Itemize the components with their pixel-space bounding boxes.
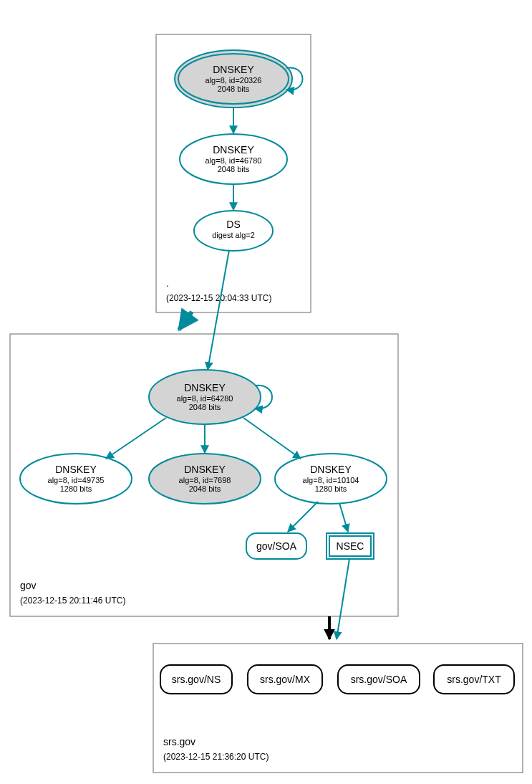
svg-text:DNSKEY: DNSKEY: [55, 464, 97, 475]
svg-text:2048 bits: 2048 bits: [189, 484, 221, 493]
svg-text:digest alg=2: digest alg=2: [212, 231, 255, 239]
svg-text:DNSKEY: DNSKEY: [184, 382, 226, 393]
edge-ksk-to-zsk1: [106, 418, 166, 459]
node-srs-soa: srs.gov/SOA: [338, 665, 420, 694]
node-root-ksk: DNSKEY alg=8, id=20326 2048 bits: [175, 50, 292, 107]
zone-label-root: .: [166, 277, 169, 289]
svg-text:2048 bits: 2048 bits: [218, 85, 250, 93]
svg-text:DNSKEY: DNSKEY: [310, 464, 352, 475]
zone-label-gov: gov: [20, 580, 37, 591]
edge-root-to-gov-thick: [179, 312, 192, 330]
svg-text:srs.gov/MX: srs.gov/MX: [260, 674, 311, 685]
svg-text:DNSKEY: DNSKEY: [184, 464, 226, 475]
svg-text:2048 bits: 2048 bits: [218, 165, 250, 173]
svg-text:srs.gov/TXT: srs.gov/TXT: [447, 674, 501, 685]
svg-text:srs.gov/SOA: srs.gov/SOA: [351, 674, 407, 685]
svg-text:alg=8, id=20326: alg=8, id=20326: [205, 76, 262, 85]
zone-timestamp-root: (2023-12-15 20:04:33 UTC): [166, 293, 271, 303]
svg-text:DNSKEY: DNSKEY: [213, 64, 254, 75]
svg-text:alg=8, id=49735: alg=8, id=49735: [48, 476, 105, 484]
node-gov-zsk1: DNSKEY alg=8, id=49735 1280 bits: [20, 454, 132, 504]
node-gov-soa: gov/SOA: [246, 533, 306, 559]
svg-text:alg=8, id=64280: alg=8, id=64280: [177, 394, 233, 403]
node-gov-nsec: NSEC: [327, 533, 374, 559]
svg-text:NSEC: NSEC: [337, 540, 364, 552]
node-gov-ksk: DNSKEY alg=8, id=64280 2048 bits: [149, 370, 261, 424]
svg-text:2048 bits: 2048 bits: [189, 403, 221, 411]
node-root-zsk: DNSKEY alg=8, id=46780 2048 bits: [180, 134, 287, 184]
node-srs-txt: srs.gov/TXT: [434, 665, 514, 694]
svg-text:1280 bits: 1280 bits: [315, 484, 347, 493]
node-gov-zsk3: DNSKEY alg=8, id=10104 1280 bits: [275, 454, 387, 504]
edge-ds-to-gov-ksk: [208, 250, 229, 370]
edge-zsk3-to-soa: [288, 502, 318, 532]
node-srs-mx: srs.gov/MX: [248, 665, 322, 694]
svg-text:srs.gov/NS: srs.gov/NS: [172, 674, 221, 685]
svg-text:gov/SOA: gov/SOA: [256, 540, 297, 552]
svg-text:alg=8, id=46780: alg=8, id=46780: [205, 156, 262, 165]
zone-timestamp-srs: (2023-12-15 21:36:20 UTC): [163, 752, 269, 762]
edge-zsk3-to-nsec: [339, 503, 348, 532]
node-srs-ns: srs.gov/NS: [160, 665, 232, 694]
node-root-ds: DS digest alg=2: [194, 211, 273, 251]
svg-text:DNSKEY: DNSKEY: [213, 144, 254, 156]
svg-text:alg=8, id=7698: alg=8, id=7698: [179, 476, 231, 484]
edge-ksk-to-zsk3: [243, 418, 301, 459]
node-gov-zsk2: DNSKEY alg=8, id=7698 2048 bits: [149, 454, 261, 504]
zone-label-srs: srs.gov: [163, 736, 195, 747]
edge-nsec-to-srs: [337, 559, 349, 639]
zone-timestamp-gov: (2023-12-15 20:11:46 UTC): [20, 596, 125, 606]
svg-text:alg=8, id=10104: alg=8, id=10104: [303, 476, 359, 484]
svg-text:DS: DS: [226, 219, 240, 230]
svg-text:1280 bits: 1280 bits: [60, 484, 92, 493]
